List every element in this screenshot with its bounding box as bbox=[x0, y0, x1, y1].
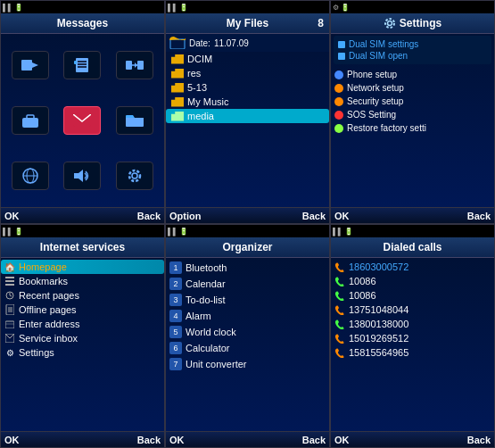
video-icon-btn[interactable] bbox=[12, 51, 49, 79]
transfer-icon-btn[interactable] bbox=[116, 51, 153, 79]
dialed-header: Dialed calls bbox=[331, 237, 494, 258]
org-todolist[interactable]: 3 To-do-list bbox=[166, 292, 329, 308]
myfiles-battery-icon: 🔋 bbox=[179, 4, 188, 12]
dialed-ok-btn[interactable]: OK bbox=[334, 435, 350, 445]
folder-icon-btn[interactable] bbox=[116, 106, 153, 135]
restore-factory-item[interactable]: Restore factory setti bbox=[331, 121, 494, 135]
enter-address-item[interactable]: Enter address bbox=[1, 317, 164, 331]
org-calendar[interactable]: 2 Calendar bbox=[166, 276, 329, 292]
dual-sim-settings-item[interactable]: Dual SIM settings bbox=[337, 38, 488, 50]
speaker-icon-btn[interactable] bbox=[63, 162, 101, 190]
enter-address-icon bbox=[4, 319, 15, 329]
file-item-res[interactable]: res bbox=[166, 66, 329, 80]
settings-back-btn[interactable]: Back bbox=[467, 211, 491, 221]
phonebook-icon-btn[interactable] bbox=[63, 51, 101, 79]
internet-battery-icon: 🔋 bbox=[14, 228, 23, 236]
dialed-item-7[interactable]: 15815564965 bbox=[331, 345, 494, 360]
svg-point-22 bbox=[385, 19, 394, 28]
myfiles-back-btn[interactable]: Back bbox=[302, 211, 326, 221]
service-inbox-icon bbox=[4, 333, 15, 344]
myfiles-bottom-bar: Option Back bbox=[166, 207, 329, 223]
dialed-item-2[interactable]: 10086 bbox=[331, 274, 494, 288]
dialed-item-3[interactable]: 10086 bbox=[331, 288, 494, 303]
dual-sim-open-icon bbox=[337, 52, 346, 61]
phone-setup-item[interactable]: Phone setup bbox=[331, 68, 494, 81]
internet-list: 🏠 Homepage Bookmarks Recent pages Offl bbox=[1, 258, 164, 431]
myfiles-panel: ▌▌ 🔋 My Files 8 Date: 11.07.09 DCIM res … bbox=[165, 0, 330, 224]
org-bluetooth[interactable]: 1 Bluetooth bbox=[166, 260, 329, 276]
messages-title: Messages bbox=[57, 17, 108, 29]
internet-ok-btn[interactable]: OK bbox=[4, 435, 20, 445]
dialed-number-4: 13751048044 bbox=[349, 304, 408, 315]
file-item-media[interactable]: media bbox=[166, 109, 329, 123]
file-name-mymusic: My Music bbox=[187, 96, 228, 107]
org-todolist-label: To-do-list bbox=[186, 295, 226, 305]
globe-icon-btn[interactable] bbox=[12, 162, 49, 190]
file-item-dcim[interactable]: DCIM bbox=[166, 52, 329, 66]
myfiles-option-btn[interactable]: Option bbox=[169, 211, 201, 221]
call-icon-out-5 bbox=[334, 319, 345, 329]
homepage-icon: 🏠 bbox=[4, 261, 15, 272]
briefcase-icon-btn[interactable] bbox=[12, 106, 49, 135]
gear-icon-btn[interactable] bbox=[116, 162, 153, 190]
file-item-mymusic[interactable]: My Music bbox=[166, 95, 329, 109]
messages-ok-btn[interactable]: OK bbox=[4, 211, 20, 221]
internet-settings-item[interactable]: ⚙ Settings bbox=[1, 345, 164, 360]
settings-dual-sim-block: Dual SIM settings Dual SIM open bbox=[334, 36, 491, 64]
bookmarks-icon bbox=[4, 276, 15, 286]
file-name-513: 5-13 bbox=[187, 82, 207, 93]
dialed-panel: ▌▌ 🔋 Dialed calls 18603000572 10086 bbox=[330, 224, 495, 448]
phone-setup-label: Phone setup bbox=[347, 70, 397, 79]
homepage-label: Homepage bbox=[19, 261, 67, 272]
organizer-header: Organizer bbox=[166, 237, 329, 258]
org-num-6: 6 bbox=[169, 342, 182, 354]
dual-sim-settings-icon bbox=[337, 40, 346, 49]
file-item-513[interactable]: 5-13 bbox=[166, 80, 329, 95]
dialed-item-4[interactable]: 13751048044 bbox=[331, 303, 494, 317]
network-setup-item[interactable]: Network setup bbox=[331, 81, 494, 95]
org-calculator-label: Calculator bbox=[186, 343, 230, 353]
offline-pages-icon bbox=[4, 304, 15, 315]
dialed-item-1[interactable]: 18603000572 bbox=[331, 260, 494, 274]
recent-pages-item[interactable]: Recent pages bbox=[1, 288, 164, 303]
svg-marker-10 bbox=[135, 62, 137, 68]
organizer-list: 1 Bluetooth 2 Calendar 3 To-do-list 4 Al… bbox=[166, 258, 329, 431]
dual-sim-open-item[interactable]: Dual SIM open bbox=[337, 50, 488, 62]
svg-rect-8 bbox=[137, 61, 144, 70]
org-calculator[interactable]: 6 Calculator bbox=[166, 340, 329, 356]
offline-pages-item[interactable]: Offline pages bbox=[1, 303, 164, 317]
dialed-item-5[interactable]: 13800138000 bbox=[331, 317, 494, 331]
svg-point-18 bbox=[132, 173, 137, 178]
dialed-item-6[interactable]: 15019269512 bbox=[331, 331, 494, 345]
internet-back-btn[interactable]: Back bbox=[137, 435, 161, 445]
org-unitconverter[interactable]: 7 Unit converter bbox=[166, 356, 329, 372]
org-worldclock[interactable]: 5 World clock bbox=[166, 324, 329, 340]
restore-factory-label: Restore factory setti bbox=[347, 123, 426, 133]
settings-ok-btn[interactable]: OK bbox=[334, 211, 350, 221]
security-setup-item[interactable]: Security setup bbox=[331, 95, 494, 108]
settings-signal-icon: ⚙ bbox=[333, 4, 339, 12]
svg-rect-27 bbox=[5, 284, 14, 286]
service-inbox-item[interactable]: Service inbox bbox=[1, 331, 164, 345]
recent-pages-label: Recent pages bbox=[19, 290, 79, 301]
mail-icon-btn[interactable] bbox=[63, 106, 101, 135]
settings-gear-icon bbox=[384, 17, 396, 29]
org-alarm[interactable]: 4 Alarm bbox=[166, 308, 329, 324]
internet-status-bar: ▌▌ 🔋 bbox=[1, 225, 164, 237]
sos-setting-item[interactable]: SOS Setting bbox=[331, 108, 494, 121]
svg-rect-7 bbox=[126, 61, 132, 70]
organizer-bottom-bar: OK Back bbox=[166, 431, 329, 447]
svg-point-21 bbox=[387, 21, 392, 26]
offline-pages-label: Offline pages bbox=[19, 304, 77, 315]
homepage-item[interactable]: 🏠 Homepage bbox=[1, 260, 164, 274]
internet-panel: ▌▌ 🔋 Internet services 🏠 Homepage Bookma… bbox=[0, 224, 165, 448]
org-unitconverter-label: Unit converter bbox=[186, 359, 246, 369]
bookmarks-item[interactable]: Bookmarks bbox=[1, 274, 164, 288]
myfiles-date-label: Date: bbox=[189, 38, 210, 48]
dialed-back-btn[interactable]: Back bbox=[467, 435, 491, 445]
svg-rect-12 bbox=[27, 115, 34, 119]
messages-back-btn[interactable]: Back bbox=[137, 211, 161, 221]
organizer-title: Organizer bbox=[222, 241, 272, 253]
organizer-ok-btn[interactable]: OK bbox=[169, 435, 185, 445]
organizer-back-btn[interactable]: Back bbox=[302, 435, 326, 445]
